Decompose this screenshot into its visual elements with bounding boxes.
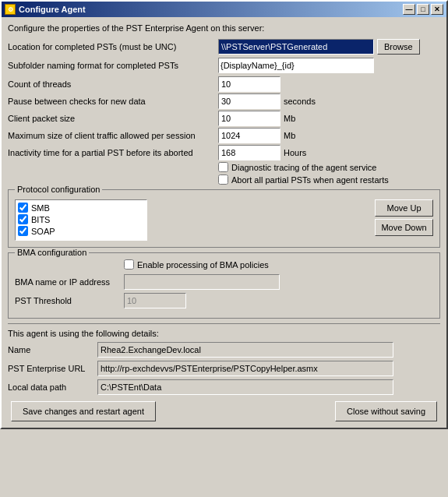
bma-enable-row: Enable processing of BMA policies: [15, 259, 433, 270]
window-title: Configure Agent: [19, 5, 86, 14]
pst-threshold-row: PST Threshold: [15, 293, 433, 308]
bma-name-label: BMA name or IP address: [15, 277, 124, 287]
local-path-label: Local data path: [8, 382, 97, 392]
abort-partial-label: Abort all partial PSTs when agent restar…: [231, 175, 389, 185]
protocol-group: Protocol configuration SMB BITS: [8, 189, 440, 248]
location-input[interactable]: [218, 39, 374, 55]
diag-tracing-row: Diagnostic tracing of the agent service: [8, 162, 440, 172]
browse-button[interactable]: Browse: [377, 39, 420, 55]
footer-buttons: Save changes and restart agent Close wit…: [8, 401, 440, 421]
pause-label: Pause between checks for new data: [8, 97, 218, 106]
client-packet-label: Client packet size: [8, 114, 218, 123]
max-traffic-label: Maximum size of client traffic allowed p…: [8, 131, 218, 140]
abort-partial-row: Abort all partial PSTs when agent restar…: [8, 174, 440, 185]
bma-name-row: BMA name or IP address: [15, 274, 433, 290]
subfolder-select[interactable]: {DisplayName}_{id}: [218, 58, 374, 73]
bottom-info-section: This agent is using the following detail…: [8, 323, 440, 395]
diag-tracing-label: Diagnostic tracing of the agent service: [231, 163, 377, 172]
pause-input[interactable]: [218, 93, 280, 109]
move-up-button[interactable]: Move Up: [375, 199, 433, 217]
soap-label: SOAP: [31, 227, 55, 236]
pst-url-input: [97, 361, 393, 376]
max-traffic-input[interactable]: [218, 128, 280, 143]
abort-partial-checkbox[interactable]: [218, 174, 228, 185]
title-bar: ⚙ Configure Agent — □ ✕: [2, 2, 446, 17]
max-traffic-suffix: Mb: [284, 131, 295, 140]
client-packet-row: Client packet size Mb: [8, 111, 440, 126]
inactivity-label: Inactivity time for a partial PST before…: [8, 148, 218, 157]
protocol-bits: BITS: [18, 214, 144, 224]
pst-url-row: PST Enterprise URL: [8, 361, 440, 376]
name-row: Name: [8, 342, 440, 358]
subfolder-label: Subfolder naming format for completed PS…: [8, 61, 218, 70]
move-down-button[interactable]: Move Down: [375, 219, 433, 236]
inactivity-suffix: Hours: [284, 148, 306, 157]
smb-label: SMB: [31, 203, 50, 213]
name-input: [97, 342, 393, 358]
smb-checkbox[interactable]: [18, 203, 28, 213]
bma-group: BMA configuration Enable processing of B…: [8, 252, 440, 319]
protocol-soap: SOAP: [18, 226, 144, 236]
threads-row: Count of threads: [8, 76, 440, 92]
pause-suffix: seconds: [284, 97, 316, 106]
maximize-button[interactable]: □: [417, 4, 429, 15]
bma-enable-label: Enable processing of BMA policies: [137, 260, 269, 270]
soap-checkbox[interactable]: [18, 226, 28, 236]
protocol-list: SMB BITS SOAP: [15, 199, 147, 241]
bma-name-input[interactable]: [124, 274, 280, 290]
close-button-footer[interactable]: Close without saving: [335, 401, 437, 421]
inactivity-input[interactable]: [218, 145, 280, 160]
top-description: Configure the properties of the PST Ente…: [8, 23, 440, 33]
threads-label: Count of threads: [8, 79, 218, 89]
title-buttons: — □ ✕: [403, 4, 443, 15]
main-content: Configure the properties of the PST Ente…: [2, 17, 446, 428]
subfolder-row: Subfolder naming format for completed PS…: [8, 58, 440, 73]
title-bar-left: ⚙ Configure Agent: [5, 4, 86, 15]
threads-input[interactable]: [218, 76, 280, 92]
client-packet-suffix: Mb: [284, 114, 295, 123]
protocol-smb: SMB: [18, 203, 144, 213]
name-label: Name: [8, 345, 97, 354]
close-button[interactable]: ✕: [431, 4, 443, 15]
pst-threshold-input[interactable]: [124, 293, 186, 308]
protocol-inner: SMB BITS SOAP Move Up Move D: [15, 199, 433, 241]
protocol-buttons: Move Up Move Down: [375, 199, 433, 236]
bits-checkbox[interactable]: [18, 214, 28, 224]
location-label: Location for completed PSTs (must be UNC…: [8, 42, 218, 51]
local-path-row: Local data path: [8, 379, 440, 395]
bma-group-title: BMA configuration: [15, 248, 89, 257]
bma-enable-checkbox[interactable]: [124, 259, 134, 270]
minimize-button[interactable]: —: [403, 4, 415, 15]
client-packet-input[interactable]: [218, 111, 280, 126]
inactivity-row: Inactivity time for a partial PST before…: [8, 145, 440, 160]
bottom-description: This agent is using the following detail…: [8, 329, 440, 338]
local-path-input: [97, 379, 393, 395]
pst-url-label: PST Enterprise URL: [8, 364, 97, 373]
pst-threshold-label: PST Threshold: [15, 296, 124, 305]
pause-row: Pause between checks for new data second…: [8, 93, 440, 109]
location-row: Location for completed PSTs (must be UNC…: [8, 39, 440, 55]
configure-agent-window: ⚙ Configure Agent — □ ✕ Configure the pr…: [0, 0, 448, 429]
diag-tracing-checkbox[interactable]: [218, 162, 228, 172]
protocol-group-title: Protocol configuration: [15, 185, 102, 194]
bits-label: BITS: [31, 215, 50, 224]
max-traffic-row: Maximum size of client traffic allowed p…: [8, 128, 440, 143]
protocol-list-area: SMB BITS SOAP: [15, 199, 370, 241]
save-button[interactable]: Save changes and restart agent: [11, 401, 156, 421]
window-icon: ⚙: [5, 4, 16, 15]
